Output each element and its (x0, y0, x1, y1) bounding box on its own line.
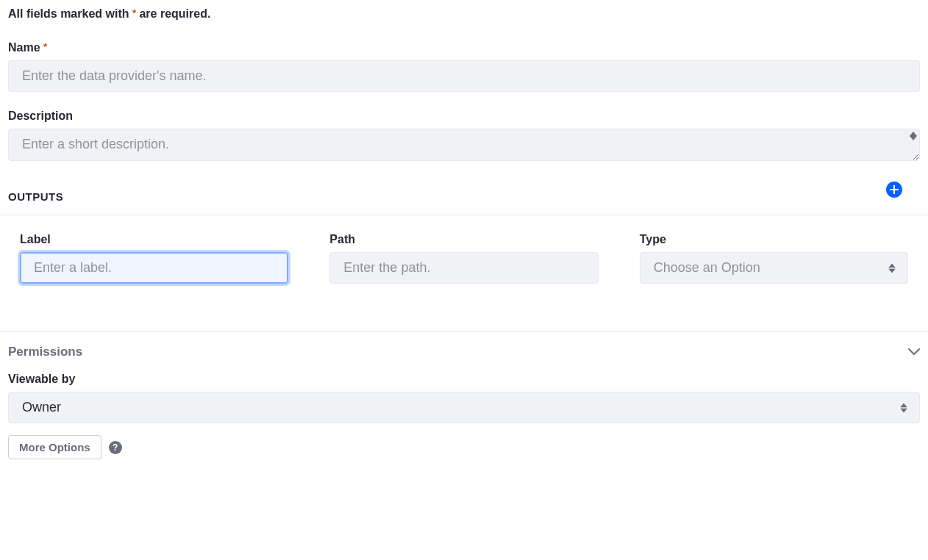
outputs-heading: OUTPUTS (8, 190, 920, 215)
chevron-down-icon (908, 348, 920, 356)
viewable-by-value: Owner (22, 400, 61, 414)
description-label: Description (8, 110, 920, 123)
more-options-label: More Options (19, 441, 90, 453)
viewable-by-label: Viewable by (8, 373, 920, 386)
output-path-heading: Path (329, 233, 598, 246)
output-type-select[interactable]: Choose an Option (640, 252, 908, 284)
output-label-input[interactable] (20, 252, 288, 284)
output-path-input[interactable] (329, 252, 598, 284)
divider (0, 215, 928, 215)
output-label-heading: Label (20, 233, 288, 246)
select-caret-icon (900, 403, 907, 412)
help-icon[interactable]: ? (109, 441, 122, 454)
asterisk-icon: * (132, 7, 136, 18)
viewable-by-select[interactable]: Owner (8, 392, 920, 423)
name-label: Name * (8, 41, 920, 54)
required-fields-note: All fields marked with * are required. (8, 7, 920, 21)
permissions-title: Permissions (8, 345, 82, 359)
add-output-button[interactable] (886, 182, 902, 198)
more-options-button[interactable]: More Options (8, 435, 101, 459)
name-input[interactable] (8, 60, 920, 92)
required-note-suffix: are required. (139, 7, 210, 20)
permissions-toggle[interactable]: Permissions (8, 331, 920, 373)
output-type-heading: Type (640, 233, 908, 246)
output-type-placeholder: Choose an Option (654, 260, 760, 275)
asterisk-icon: * (43, 41, 47, 52)
required-note-prefix: All fields marked with (8, 7, 129, 20)
plus-icon (890, 185, 899, 194)
name-label-text: Name (8, 41, 40, 54)
description-textarea[interactable] (8, 129, 920, 161)
select-caret-icon (888, 263, 896, 273)
